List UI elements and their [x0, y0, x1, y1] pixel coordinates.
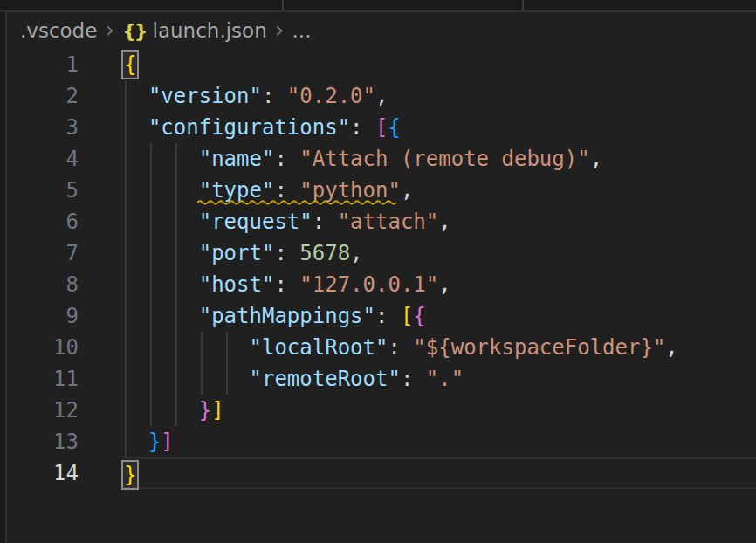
breadcrumb: .vscode › {} launch.json › ... — [9, 12, 311, 49]
code-line-content: { — [123, 49, 756, 80]
code-token: : — [350, 115, 375, 140]
breadcrumb-file[interactable]: {} launch.json — [122, 19, 267, 42]
code-token: "host" — [199, 272, 275, 297]
code-token: "version" — [148, 84, 262, 108]
line-number[interactable]: 11 — [8, 363, 114, 395]
code-token: , — [438, 210, 450, 234]
code-token — [123, 430, 148, 454]
code-line[interactable]: 7 "port": 5678, — [8, 237, 756, 269]
code-token — [123, 367, 250, 391]
code-token — [123, 241, 199, 265]
code-token: , — [350, 241, 362, 265]
code-line[interactable]: 10 "localRoot": "${workspaceFolder}", — [8, 332, 756, 363]
line-number[interactable]: 12 — [8, 395, 114, 426]
warning-squiggle — [197, 198, 398, 206]
code-line[interactable]: 8 "host": "127.0.0.1", — [8, 269, 756, 300]
code-line[interactable]: 13 }] — [8, 426, 756, 457]
code-line-content: "host": "127.0.0.1", — [123, 269, 756, 300]
code-token — [123, 147, 199, 171]
code-token: , — [590, 147, 602, 171]
code-token: : — [375, 304, 401, 328]
code-token: } — [199, 398, 211, 423]
tab-separator — [282, 0, 284, 10]
code-token: ] — [211, 398, 223, 423]
code-token: : — [313, 210, 338, 234]
code-line[interactable]: 3 "configurations": [{ — [8, 112, 756, 143]
code-token — [123, 304, 199, 328]
line-number[interactable]: 10 — [8, 332, 114, 363]
indent-guide — [125, 80, 127, 457]
code-token — [123, 84, 148, 108]
line-number[interactable]: 14 — [8, 457, 114, 489]
code-token — [123, 398, 199, 423]
indent-guide — [226, 332, 228, 395]
code-token — [123, 210, 199, 234]
code-line-content: "version": "0.2.0", — [123, 80, 756, 112]
tab-bar[interactable] — [0, 0, 756, 12]
code-line[interactable]: 9 "pathMappings": [{ — [8, 300, 756, 332]
code-token: "remoteRoot" — [250, 367, 401, 391]
breadcrumb-symbol[interactable]: ... — [292, 19, 312, 42]
breadcrumb-folder[interactable]: .vscode — [20, 19, 97, 42]
line-number[interactable]: 3 — [8, 112, 114, 143]
code-line-content: } — [123, 457, 756, 489]
tab-separator — [522, 0, 524, 10]
code-line[interactable]: 4 "name": "Attach (remote debug)", — [8, 143, 756, 175]
line-number[interactable]: 6 — [8, 206, 114, 237]
code-token: "${workspaceFolder}" — [413, 335, 665, 360]
code-line-content: "request": "attach", — [123, 206, 756, 237]
code-token: { — [413, 304, 425, 328]
code-token: , — [665, 335, 677, 360]
line-number[interactable]: 2 — [8, 80, 114, 112]
code-token: , — [438, 272, 450, 297]
code-token: "request" — [199, 210, 313, 234]
code-token: : — [274, 241, 299, 265]
line-number[interactable]: 1 — [8, 49, 114, 80]
code-token — [123, 335, 250, 360]
code-token: : — [274, 147, 299, 171]
chevron-right-icon: › — [105, 17, 114, 41]
indent-guide — [175, 143, 177, 426]
code-token: "pathMappings" — [199, 304, 375, 328]
line-number[interactable]: 13 — [8, 426, 114, 457]
code-token: [ — [375, 115, 388, 140]
line-number[interactable]: 4 — [8, 143, 114, 175]
code-token: "127.0.0.1" — [299, 272, 438, 297]
code-token: , — [401, 178, 413, 203]
code-area[interactable]: 1{2 "version": "0.2.0",3 "configurations… — [8, 49, 756, 489]
indent-guide — [150, 143, 152, 426]
code-token: "configurations" — [148, 115, 350, 140]
code-token: "." — [426, 367, 464, 391]
indent-guide — [201, 332, 203, 395]
bracket-match-highlight: } — [121, 460, 139, 490]
code-token: ] — [161, 430, 173, 454]
code-line-content: }] — [123, 395, 756, 426]
code-token: , — [375, 84, 388, 108]
code-token: "attach" — [338, 210, 439, 234]
code-line-content: "remoteRoot": "." — [123, 363, 756, 395]
line-number[interactable]: 7 — [8, 237, 114, 269]
line-number[interactable]: 8 — [8, 269, 114, 300]
code-line[interactable]: 12 }] — [8, 395, 756, 426]
code-line[interactable]: 14} — [8, 457, 756, 489]
code-line-content: }] — [123, 426, 756, 457]
code-line-content: "name": "Attach (remote debug)", — [123, 143, 756, 175]
code-line-content: "configurations": [{ — [123, 112, 756, 143]
code-line[interactable]: 6 "request": "attach", — [8, 206, 756, 237]
code-token: "localRoot" — [250, 335, 388, 360]
code-token: [ — [401, 304, 413, 328]
code-token: "name" — [199, 147, 275, 171]
code-token: "0.2.0" — [287, 84, 375, 108]
code-token: : — [274, 272, 299, 297]
code-line-content: "port": 5678, — [123, 237, 756, 269]
code-line-content: "localRoot": "${workspaceFolder}", — [123, 332, 756, 363]
code-line[interactable]: 1{ — [8, 49, 756, 80]
code-token: "port" — [199, 241, 275, 265]
line-number[interactable]: 9 — [8, 300, 114, 332]
code-token — [123, 272, 199, 297]
line-number[interactable]: 5 — [8, 175, 114, 206]
code-token: : — [388, 335, 413, 360]
code-line[interactable]: 11 "remoteRoot": "." — [8, 363, 756, 395]
code-line[interactable]: 2 "version": "0.2.0", — [8, 80, 756, 112]
breadcrumb-file-label: launch.json — [153, 19, 267, 42]
